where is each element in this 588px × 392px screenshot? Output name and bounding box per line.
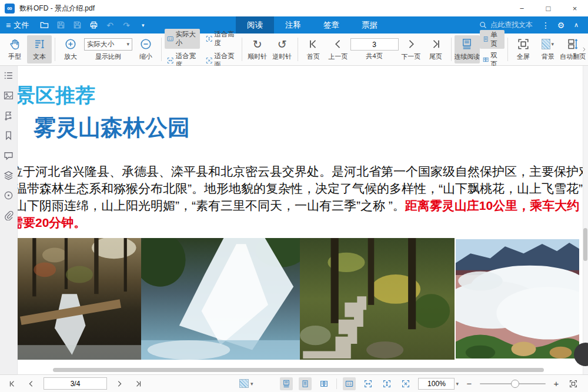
horizontal-scrollbar-thumb[interactable] xyxy=(53,368,544,372)
fit-height-button[interactable]: 适合高度 xyxy=(203,29,239,49)
status-fullscreen-button[interactable] xyxy=(567,377,580,390)
tab-read[interactable]: 阅读 xyxy=(236,16,274,33)
status-continuous-button[interactable] xyxy=(280,377,293,390)
quick-tools-dropdown[interactable]: ▾ xyxy=(136,19,150,32)
minimize-button[interactable]: − xyxy=(509,0,535,16)
background-label: 背景 xyxy=(542,52,554,61)
next-page-button[interactable]: 下一页 xyxy=(399,35,423,63)
image-icon xyxy=(4,91,14,100)
status-page-indicator-input[interactable] xyxy=(44,377,107,390)
collapse-ribbon-button[interactable]: ∧ xyxy=(569,19,583,32)
fullscreen-button[interactable]: 全屏 xyxy=(511,35,536,63)
fit-options-group: 实际大小 适合高度 适合宽度 适合页面 xyxy=(165,29,239,71)
text-select-icon xyxy=(34,38,45,50)
status-fit-page-button[interactable] xyxy=(399,377,412,390)
status-single-page-button[interactable] xyxy=(299,377,312,390)
fullscreen-icon xyxy=(569,380,577,388)
save-icon xyxy=(56,21,65,29)
single-page-button[interactable]: 单页 xyxy=(480,30,505,49)
hand-tool-button[interactable]: 手型 xyxy=(2,35,27,63)
vertical-scrollbar-thumb[interactable] xyxy=(583,228,587,261)
document-page[interactable]: 景区推荐 雾灵山森林公园 位于河北省兴隆县、承德县、滦平县和北京密云县交界处。是… xyxy=(18,66,588,374)
sidebar-item-attachments[interactable] xyxy=(4,210,14,220)
rotate-clockwise-button[interactable]: ↻ 顺时针 xyxy=(245,35,270,63)
zoom-out-button[interactable]: 缩小 xyxy=(133,35,158,63)
fit-width-icon xyxy=(167,56,173,65)
status-background-button[interactable]: ▾ xyxy=(239,379,253,388)
prev-page-button[interactable]: 上一页 xyxy=(326,35,350,63)
separator xyxy=(161,38,162,61)
status-prev-page-button[interactable] xyxy=(25,377,38,390)
sidebar-item-destinations[interactable] xyxy=(4,190,14,200)
single-page-label: 单页 xyxy=(490,31,501,48)
background-swatch-icon xyxy=(239,379,249,388)
sidebar-item-thumbnails[interactable] xyxy=(4,91,14,100)
status-next-page-button[interactable] xyxy=(113,377,126,390)
fit-actual-size-button[interactable]: 实际大小 xyxy=(165,29,200,49)
window-controls: − □ × xyxy=(509,0,588,16)
zoom-in-button[interactable]: 放大 xyxy=(58,35,83,63)
zoom-slider[interactable] xyxy=(480,383,546,384)
photo-mountain-sea-of-clouds xyxy=(455,239,579,359)
sidebar-item-comments[interactable] xyxy=(4,150,14,160)
sidebar-item-layers[interactable] xyxy=(4,170,14,180)
hand-tool-label: 手型 xyxy=(8,52,21,61)
background-button[interactable]: ▾ 背景 xyxy=(536,35,560,63)
close-button[interactable]: × xyxy=(562,0,588,16)
caret-down-icon: ▾ xyxy=(552,41,554,47)
page-layout-group: 单页 双页 xyxy=(480,30,505,69)
search-placeholder: 点此查找文本 xyxy=(490,20,533,30)
more-options-button[interactable]: ⋮ xyxy=(539,19,553,32)
last-page-button[interactable]: 尾页 xyxy=(423,35,448,63)
photo-forest-stone-steps xyxy=(300,238,455,360)
tab-annotate[interactable]: 注释 xyxy=(274,16,312,33)
text-select-tool-button[interactable]: 文本 xyxy=(27,35,52,63)
page-number-input[interactable] xyxy=(350,38,399,51)
save-as-button xyxy=(70,19,84,32)
status-fit-width-button[interactable] xyxy=(362,377,375,390)
last-page-icon xyxy=(134,380,142,388)
first-page-button[interactable]: 首页 xyxy=(301,35,326,63)
open-file-button[interactable] xyxy=(37,19,51,32)
tab-signature[interactable]: 签章 xyxy=(312,16,350,33)
status-fit-height-button[interactable] xyxy=(380,377,393,390)
status-actual-size-button[interactable] xyxy=(343,377,356,390)
background-swatch-icon xyxy=(542,39,550,49)
maximize-button[interactable]: □ xyxy=(535,0,562,16)
zoom-minus-button[interactable]: − xyxy=(465,378,474,388)
file-menu-button[interactable]: ≡ 文件 xyxy=(6,20,35,31)
scale-select[interactable]: 实际大小 ▾ xyxy=(84,38,132,51)
prev-page-label: 上一页 xyxy=(328,52,348,61)
sidebar-item-semantic-tree[interactable] xyxy=(4,110,14,120)
status-double-page-button[interactable] xyxy=(318,377,330,390)
sidebar-item-outline[interactable] xyxy=(4,71,14,81)
zoom-in-icon xyxy=(65,38,76,50)
zoom-plus-button[interactable]: + xyxy=(552,378,561,388)
save-button xyxy=(54,19,68,32)
settings-button[interactable]: ⚙ xyxy=(554,19,568,32)
status-last-page-button[interactable] xyxy=(132,377,145,390)
fit-page-icon xyxy=(402,380,410,388)
rotate-counterclockwise-button[interactable]: ↺ 逆时针 xyxy=(270,35,295,63)
continuous-pages-icon xyxy=(461,38,473,50)
zoom-level-input[interactable] xyxy=(418,378,455,390)
first-page-icon xyxy=(308,38,319,50)
chevron-up-icon: ∧ xyxy=(574,22,579,28)
gear-icon: ⚙ xyxy=(557,21,565,29)
tab-invoice[interactable]: 票据 xyxy=(350,16,389,33)
text-tool-label: 文本 xyxy=(33,52,46,61)
separator xyxy=(55,38,55,61)
sidebar-item-bookmarks[interactable] xyxy=(4,130,14,140)
actual-size-icon xyxy=(167,35,173,43)
continuous-reading-button[interactable]: 连续阅读 xyxy=(455,35,480,63)
next-page-icon xyxy=(405,38,417,50)
photo-strip xyxy=(18,238,579,360)
auto-flip-icon xyxy=(567,38,579,50)
search-input[interactable]: 点此查找文本 xyxy=(475,20,537,30)
zoom-slider-handle[interactable] xyxy=(511,380,519,388)
caret-down-icon[interactable]: ▾ xyxy=(456,381,459,387)
toolbar-expand-button[interactable] xyxy=(581,33,587,65)
print-button[interactable] xyxy=(86,19,101,32)
vertical-scrollbar[interactable] xyxy=(583,66,588,374)
status-first-page-button[interactable] xyxy=(6,377,19,390)
